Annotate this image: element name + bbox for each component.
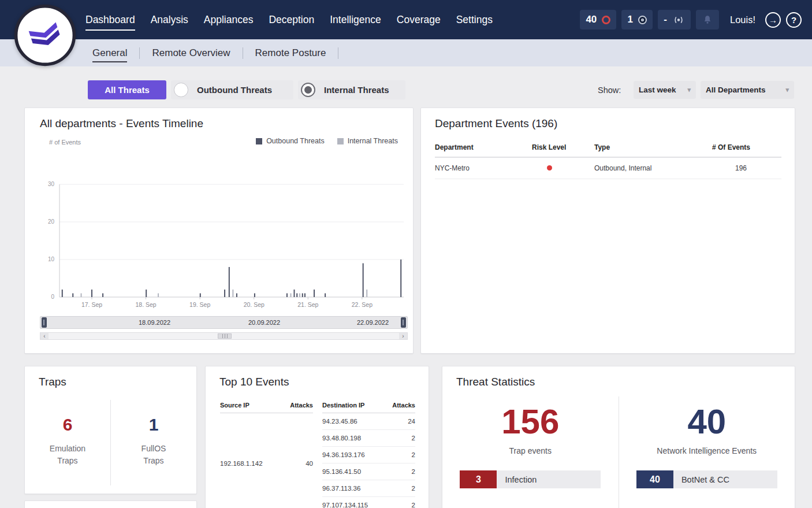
cell-attacks: 40 — [281, 413, 314, 508]
nav-coverage[interactable]: Coverage — [397, 12, 441, 28]
tab-separator — [338, 47, 338, 59]
signal-alert-badge[interactable]: - — [658, 10, 691, 29]
svg-text:18. Sep: 18. Sep — [135, 301, 156, 308]
top-10-events-title: Top 10 Events — [219, 376, 289, 388]
brand-logo-icon — [13, 3, 77, 68]
scroll-left-arrow[interactable]: ‹ — [40, 333, 49, 339]
header-risk-level: Risk Level — [532, 138, 594, 157]
header-num-events: # Of Events — [712, 138, 781, 157]
trap-events-label: Trap events — [509, 446, 552, 455]
network-intelligence-count: 40 — [687, 405, 726, 439]
department-dropdown[interactable]: All Departments ▾ — [701, 81, 794, 99]
time-range-dropdown[interactable]: Last week ▾ — [634, 81, 696, 99]
internal-threats-option[interactable]: Internal Threats — [298, 80, 405, 99]
cell-destination-ip: 96.37.113.36 — [322, 480, 384, 497]
target-icon — [638, 16, 647, 24]
network-intelligence-label: Network Intelligence Events — [657, 446, 757, 455]
help-button[interactable]: ? — [786, 12, 802, 28]
header-source-ip: Source IP — [220, 398, 281, 413]
signal-alert-value: - — [664, 14, 667, 25]
secondary-navigation-bar: General Remote Overview Remote Posture — [0, 39, 812, 66]
cell-destination-ip: 93.48.80.198 — [322, 430, 384, 447]
threat-statistics-body: 156 Trap events 3 Infection 40 Network I… — [442, 396, 795, 508]
svg-text:21. Sep: 21. Sep — [297, 301, 318, 308]
outbound-swatch-icon — [256, 138, 262, 144]
slider-date-mid: 20.09.2022 — [248, 319, 280, 326]
events-timeline-card: All departments - Events Timeline # of E… — [24, 107, 414, 354]
timeline-range-slider[interactable]: 18.09.2022 20.09.2022 22.09.2022 — [40, 316, 408, 329]
header-attacks: Attacks — [384, 398, 415, 413]
legend-outbound-label: Outbound Threats — [266, 137, 325, 145]
internal-threats-radio[interactable] — [301, 83, 315, 97]
chevron-down-icon: ▾ — [687, 86, 691, 94]
infection-stat-row[interactable]: 3 Infection — [460, 470, 601, 488]
cell-destination-ip: 94.36.193.176 — [322, 447, 384, 463]
threat-statistics-title: Threat Statistics — [456, 376, 535, 388]
header-department: Department — [435, 138, 532, 157]
slider-left-handle[interactable] — [42, 317, 47, 328]
cell-attacks: 2 — [384, 480, 415, 497]
tab-general[interactable]: General — [92, 46, 127, 61]
notifications-button[interactable] — [696, 10, 719, 29]
label-line: Emulation — [50, 443, 85, 455]
targets-alert-badge[interactable]: 1 — [621, 10, 653, 29]
cell-attacks: 24 — [384, 413, 415, 430]
logout-button[interactable]: → — [765, 12, 781, 28]
legend-outbound: Outbound Threats — [256, 137, 325, 145]
table-row[interactable]: NYC-Metro Outbound, Internal 196 — [435, 157, 781, 179]
user-greeting[interactable]: Louis! — [730, 14, 755, 25]
emulation-traps-count: 6 — [63, 415, 73, 435]
cell-destination-ip: 95.136.41.50 — [322, 463, 384, 480]
slider-right-handle[interactable] — [401, 317, 406, 328]
trap-events-count: 156 — [501, 405, 559, 439]
nav-analysis[interactable]: Analysis — [151, 12, 188, 28]
nav-appliances[interactable]: Appliances — [204, 12, 254, 28]
timeline-scrollbar[interactable]: ‹ › — [40, 332, 408, 340]
header-attacks: Attacks — [281, 398, 314, 413]
tab-remote-overview[interactable]: Remote Overview — [152, 46, 230, 61]
legend-internal: Internal Threats — [337, 137, 398, 145]
main-nav: Dashboard Analysis Appliances Deception … — [85, 12, 493, 28]
legend-internal-label: Internal Threats — [348, 137, 398, 145]
table-row: 97.107.134.115 2 — [322, 497, 415, 508]
cell-department: NYC-Metro — [435, 157, 532, 179]
broadcast-icon — [672, 16, 685, 24]
svg-text:0: 0 — [51, 294, 54, 300]
infection-count-badge: 3 — [460, 470, 497, 488]
table-row: 94.36.193.176 2 — [322, 447, 415, 463]
destination-ip-table: Destination IP Attacks 94.23.45.86 24 93… — [322, 398, 415, 508]
trap-events-stat: 156 Trap events 3 Infection — [442, 396, 619, 508]
table-header-row: Source IP Attacks — [220, 398, 313, 413]
outbound-threats-label: Outbound Threats — [197, 85, 272, 95]
threat-statistics-card: Threat Statistics 156 Trap events 3 Infe… — [442, 366, 795, 508]
top-navigation-bar: Dashboard Analysis Appliances Deception … — [0, 0, 812, 39]
y-axis-label: # of Events — [49, 139, 81, 146]
fullos-traps-count: 1 — [149, 415, 159, 435]
events-alert-badge[interactable]: 40 — [580, 10, 616, 29]
nav-dashboard[interactable]: Dashboard — [85, 12, 135, 28]
nav-settings[interactable]: Settings — [456, 12, 493, 28]
question-mark-icon: ? — [791, 15, 796, 25]
timeline-title: All departments - Events Timeline — [40, 117, 203, 130]
all-threats-button[interactable]: All Threats — [88, 80, 166, 99]
nav-deception[interactable]: Deception — [269, 12, 314, 28]
events-timeline-chart: 010203017. Sep18. Sep19. Sep20. Sep21. S… — [29, 166, 408, 310]
internal-swatch-icon — [337, 138, 344, 144]
chart-legend: Outbound Threats Internal Threats — [256, 137, 398, 145]
scrollbar-thumb[interactable] — [218, 333, 232, 339]
tab-remote-posture[interactable]: Remote Posture — [255, 46, 326, 61]
brand-logo — [13, 3, 77, 68]
outbound-threats-radio[interactable] — [174, 83, 188, 97]
emulation-traps-stat: 6 Emulation Traps — [25, 400, 111, 485]
cell-num-events: 196 — [712, 157, 781, 179]
high-risk-dot-icon — [547, 165, 552, 170]
nav-intelligence[interactable]: Intelligence — [330, 12, 381, 28]
botnet-stat-row[interactable]: 40 BotNet & CC — [636, 470, 777, 488]
tab-separator — [139, 47, 140, 59]
department-events-card: Department Events (196) Department Risk … — [420, 107, 795, 354]
scroll-right-arrow[interactable]: › — [399, 333, 407, 339]
botnet-count-badge: 40 — [636, 470, 673, 488]
cell-risk-level — [532, 157, 594, 179]
outbound-threats-option[interactable]: Outbound Threats — [171, 80, 293, 99]
network-intelligence-stat: 40 Network Intelligence Events 40 BotNet… — [619, 396, 795, 508]
